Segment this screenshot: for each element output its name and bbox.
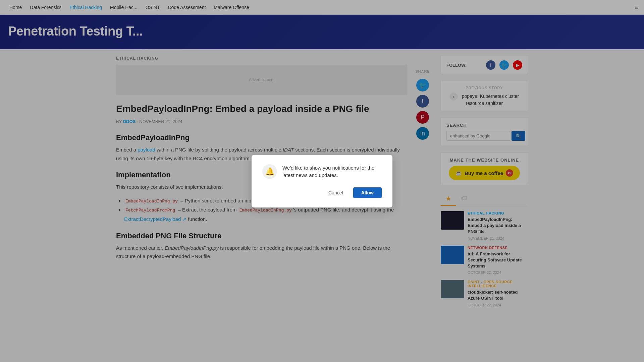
notification-popup: 🔔 We'd like to show you notifications fo… (252, 155, 392, 207)
bell-symbol: 🔔 (265, 167, 274, 176)
notification-overlay: 🔔 We'd like to show you notifications fo… (0, 0, 644, 319)
notification-cancel-button[interactable]: Cancel (322, 187, 349, 198)
popup-message: We'd like to show you notifications for … (282, 164, 382, 179)
popup-header: 🔔 We'd like to show you notifications fo… (262, 164, 382, 179)
notification-allow-button[interactable]: Allow (353, 187, 382, 198)
popup-actions: Cancel Allow (262, 187, 382, 198)
bell-icon: 🔔 (262, 164, 277, 179)
